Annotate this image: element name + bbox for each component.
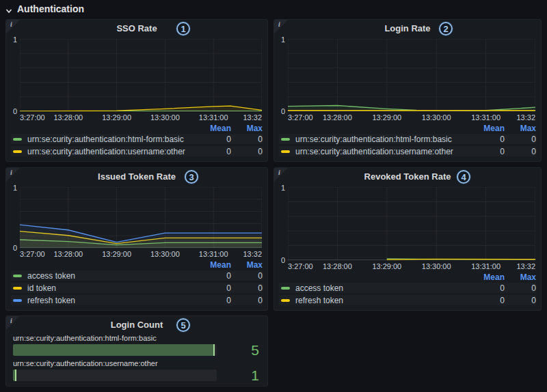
x-tick: 13:29:00 — [102, 113, 131, 122]
panel-revoked-token-rate: i Revoked Token Rate 4 1 0 3:27:00 13:28… — [274, 167, 542, 311]
legend-col-mean[interactable]: Mean — [200, 260, 231, 270]
x-tick: 13:31:00 — [471, 262, 501, 270]
panel-title[interactable]: Login Count — [6, 320, 267, 330]
series-swatch-yellow — [13, 150, 22, 153]
series-swatch-green — [281, 287, 290, 290]
info-icon[interactable]: i — [10, 169, 12, 176]
legend-row[interactable]: urn:se:curity:authentication:html-form:b… — [279, 134, 536, 144]
x-axis-labels: 3:27:00 13:28:00 13:29:00 13:30:00 13:31… — [20, 113, 262, 124]
legend-col-max[interactable]: Max — [505, 272, 536, 283]
info-icon[interactable]: i — [10, 20, 12, 28]
legend-col-mean[interactable]: Mean — [200, 124, 231, 134]
series-max: 0 — [505, 147, 536, 156]
panel-login-count: i Login Count 5 urn:se:curity:authentica… — [5, 316, 268, 387]
legend-row[interactable]: access token 0 0 — [279, 283, 536, 293]
legend-col-mean[interactable]: Mean — [473, 124, 505, 134]
y-axis-labels: 1 0 — [278, 39, 288, 111]
panel-header: SSO Rate 1 — [6, 20, 267, 36]
legend-col-max[interactable]: Max — [505, 124, 536, 134]
series-mean: 0 — [473, 296, 505, 305]
series-max: 0 — [231, 283, 263, 293]
panel-info-corner — [6, 20, 20, 33]
x-tick: 13:28:00 — [53, 250, 83, 258]
annotation-badge-4: 4 — [457, 170, 470, 184]
series-label: id token — [27, 283, 200, 293]
x-tick: 13:30:00 — [150, 113, 180, 122]
legend-row[interactable]: id token 0 0 — [11, 283, 263, 293]
plot-area: 1 0 — [278, 39, 535, 111]
x-tick: 3:27:00 — [288, 113, 313, 122]
series-swatch-green — [281, 138, 290, 141]
legend-col-max[interactable]: Max — [231, 260, 263, 270]
gauge-value: 1 — [217, 369, 259, 381]
info-icon[interactable]: i — [10, 317, 12, 324]
gauge-fill — [13, 344, 215, 356]
series-swatch-blue — [13, 299, 22, 302]
series-label: urn:se:curity:authentication:html-form:b… — [27, 135, 200, 144]
x-tick: 13:31:00 — [471, 113, 501, 122]
plot-area: 1 0 — [10, 39, 262, 111]
legend-row[interactable]: access token 0 0 — [11, 270, 263, 281]
legend-col-mean[interactable]: Mean — [473, 272, 505, 283]
panel-header: Revoked Token Rate 4 — [274, 168, 541, 184]
series-label: urn:se:curity:authentication:html-form:b… — [295, 135, 473, 144]
annotation-badge-2: 2 — [439, 22, 453, 36]
x-tick: 3:27:00 — [288, 262, 313, 270]
legend: access token 0 0 refresh token 0 0 — [274, 283, 541, 310]
login-rate-chart[interactable] — [288, 39, 535, 111]
legend-col-max[interactable]: Max — [231, 124, 263, 134]
x-axis-labels: 3:27:00 13:28:00 13:29:00 13:30:00 13:31… — [288, 262, 535, 272]
series-swatch-yellow — [281, 150, 290, 153]
annotation-badge-3: 3 — [185, 170, 198, 184]
y-tick-0: 0 — [13, 244, 17, 252]
series-label: refresh token — [27, 296, 200, 305]
legend-row[interactable]: urn:se:curity:authentication:html-form:b… — [11, 134, 263, 144]
panel-title[interactable]: Issued Token Rate — [6, 171, 267, 182]
x-axis-labels: 3:27:00 13:28:00 13:29:00 13:30:00 13:31… — [288, 113, 535, 124]
panel-title[interactable]: Login Rate — [274, 23, 541, 33]
info-icon[interactable]: i — [278, 20, 280, 28]
y-axis-labels: 1 0 — [10, 39, 20, 111]
plot-area: 1 0 — [10, 187, 262, 248]
gauge-row: 5 — [13, 344, 259, 356]
panel-header: Login Count 5 — [6, 316, 267, 333]
y-tick-0: 0 — [281, 256, 285, 264]
gauge-track — [13, 344, 217, 356]
bar-gauge-list: urn:se:curity:authentication:html-form:b… — [6, 333, 267, 387]
info-icon[interactable]: i — [278, 169, 280, 176]
y-tick-1: 1 — [13, 36, 17, 44]
annotation-badge-1: 1 — [176, 22, 190, 36]
issued-token-rate-chart[interactable] — [20, 187, 262, 248]
x-tick: 13:32 — [243, 113, 262, 122]
x-tick: 13:30:00 — [422, 113, 451, 122]
series-max: 0 — [231, 147, 263, 156]
series-label: refresh token — [295, 296, 473, 305]
series-max: 0 — [231, 296, 263, 305]
x-tick: 13:30:00 — [150, 250, 180, 258]
row-header-authentication[interactable]: Authentication — [5, 3, 84, 14]
panel-issued-token-rate: i Issued Token Rate 3 1 0 3:27:00 13:28:… — [5, 167, 268, 311]
panel-info-corner — [6, 168, 20, 182]
series-label: urn:se:curity:authentication:username:ot… — [295, 147, 473, 156]
panel-info-corner — [274, 168, 288, 182]
legend-row[interactable]: refresh token 0 0 — [11, 295, 263, 305]
series-label: access token — [27, 271, 200, 281]
y-tick-1: 1 — [281, 36, 285, 44]
revoked-token-rate-chart[interactable] — [288, 187, 535, 260]
legend-header: Mean Max — [6, 124, 267, 134]
x-axis-labels: 3:27:00 13:28:00 13:29:00 13:30:00 13:31… — [20, 250, 262, 260]
panel-title[interactable]: SSO Rate — [6, 23, 267, 33]
x-tick: 13:28:00 — [323, 262, 352, 270]
legend-row[interactable]: urn:se:curity:authentication:username:ot… — [11, 146, 263, 156]
x-tick: 13:31:00 — [199, 113, 228, 122]
legend-header: Mean Max — [274, 272, 541, 283]
series-swatch-green — [13, 275, 22, 277]
series-swatch-green — [13, 138, 22, 141]
panel-info-corner — [6, 316, 20, 330]
legend-row[interactable]: urn:se:curity:authentication:username:ot… — [279, 146, 536, 156]
x-tick: 13:30:00 — [422, 262, 451, 270]
legend-row[interactable]: refresh token 0 0 — [279, 295, 536, 305]
sso-rate-chart[interactable] — [20, 39, 262, 111]
panel-title[interactable]: Revoked Token Rate — [274, 171, 541, 182]
y-axis-labels: 1 0 — [278, 187, 288, 260]
